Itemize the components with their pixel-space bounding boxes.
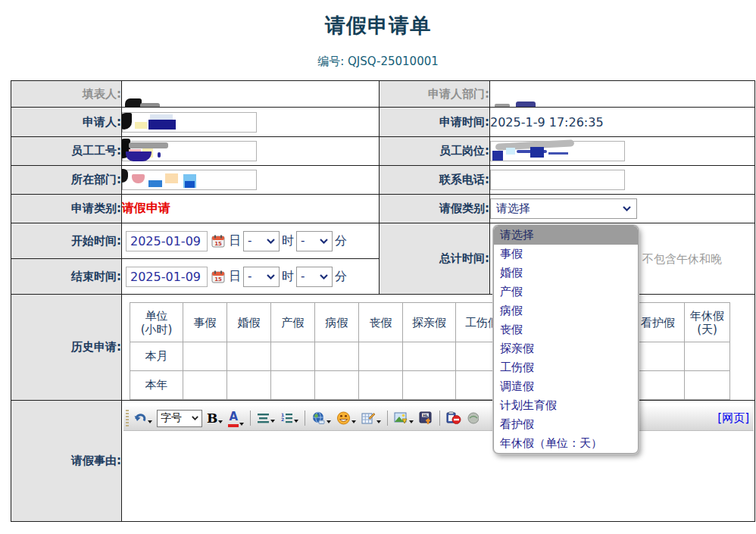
caret-icon xyxy=(218,420,223,423)
history-cell xyxy=(183,371,227,400)
applicant-dept-label: 申请人部门: xyxy=(380,81,490,108)
end-date-input[interactable] xyxy=(126,267,208,287)
department-label: 所在部门: xyxy=(11,166,122,195)
undo-button[interactable] xyxy=(133,411,153,426)
caret-icon xyxy=(294,420,298,423)
dropdown-option[interactable]: 病假 xyxy=(494,301,638,320)
calendar-icon[interactable]: 15 xyxy=(211,270,225,283)
total-time-label: 总计时间: xyxy=(380,223,490,295)
leave-type-select[interactable]: 请选择 xyxy=(490,198,637,219)
history-header-cell: 探亲假 xyxy=(403,303,456,342)
dropdown-option[interactable]: 调遣假 xyxy=(494,377,638,396)
day-unit: 日 xyxy=(229,233,241,249)
history-cell xyxy=(403,342,456,371)
paste-blocked-button[interactable] xyxy=(445,411,462,426)
history-table: 单位 (小时) 事假 婚假 产假 病假 丧假 探亲假 工伤假 调遣假 计划生育假… xyxy=(130,302,730,400)
webpage-link[interactable]: [网页] xyxy=(717,411,749,426)
apply-time-label: 申请时间: xyxy=(380,108,490,137)
ordered-list-icon: 1 2 xyxy=(280,412,293,424)
font-size-select[interactable]: 字号 xyxy=(157,410,202,427)
employee-post-input[interactable] xyxy=(490,141,625,161)
apply-category-value: 请假申请 xyxy=(122,195,380,223)
history-cell xyxy=(315,371,359,400)
start-date-input[interactable] xyxy=(126,231,208,251)
table-row: 员工工号: 员工岗位: xyxy=(11,137,755,166)
history-row-header: 本年 xyxy=(130,371,183,400)
history-header-cell: 单位 (小时) xyxy=(130,303,183,342)
align-button[interactable] xyxy=(256,411,276,425)
history-row-month: 本月 xyxy=(130,342,730,371)
hour-unit: 时 xyxy=(282,233,294,249)
dropdown-option[interactable]: 产假 xyxy=(494,283,638,301)
dropdown-option[interactable]: 探亲假 xyxy=(494,339,638,358)
history-cell xyxy=(271,342,315,371)
dropdown-option[interactable]: 工伤假 xyxy=(494,358,638,377)
dropdown-option[interactable]: 看护假 xyxy=(494,415,638,434)
insert-image-button[interactable] xyxy=(393,411,414,426)
caret-icon xyxy=(409,420,414,423)
minute-unit: 分 xyxy=(335,269,347,285)
department-cell xyxy=(122,166,380,195)
toolbar-drag-handle[interactable] xyxy=(126,410,129,426)
caret-icon xyxy=(376,420,381,423)
apply-category-label: 申请类别: xyxy=(11,195,122,223)
history-cell xyxy=(271,371,315,400)
dropdown-option[interactable]: 计划生育假 xyxy=(494,396,638,415)
history-header-cell: 病假 xyxy=(315,303,359,342)
toolbar-separator xyxy=(387,411,388,426)
table-row: 所在部门: 联系电话: xyxy=(11,166,755,195)
toolbar-separator xyxy=(250,411,251,426)
reason-editor-area[interactable] xyxy=(123,431,754,520)
table-row: 申请类别: 请假申请 请假类别: 请选择 xyxy=(11,195,755,223)
toolbar-partial-icon[interactable] xyxy=(466,411,480,426)
history-cell xyxy=(403,371,456,400)
svg-text:15: 15 xyxy=(214,241,222,247)
dropdown-option[interactable]: 婚假 xyxy=(494,264,638,283)
history-row-header: 本月 xyxy=(130,342,183,371)
edit-table-button[interactable] xyxy=(361,411,382,426)
edit-table-icon xyxy=(361,411,376,425)
history-cell xyxy=(315,342,359,371)
emoticon-button[interactable] xyxy=(336,411,357,426)
insert-image-icon xyxy=(394,411,408,425)
dropdown-option[interactable]: 事假 xyxy=(494,245,638,264)
table-row: 开始时间: 15 日 - 时 xyxy=(11,223,755,259)
calendar-icon[interactable]: 15 xyxy=(211,235,225,248)
insert-link-button[interactable] xyxy=(311,411,332,426)
font-color-button[interactable]: A xyxy=(227,408,245,428)
paste-blocked-icon xyxy=(446,411,461,425)
editor-toolbar: 字号 B A xyxy=(123,406,754,431)
ordered-list-button[interactable]: 1 2 xyxy=(280,411,299,425)
apply-category-text: 请假申请 xyxy=(122,201,170,215)
dropdown-option[interactable]: 请选择 xyxy=(494,226,638,245)
employee-id-cell xyxy=(122,137,380,166)
contact-phone-input[interactable] xyxy=(490,170,625,190)
department-input[interactable] xyxy=(122,170,257,190)
history-cell: 单位 (小时) 事假 婚假 产假 病假 丧假 探亲假 工伤假 调遣假 计划生育假… xyxy=(122,295,755,401)
align-icon xyxy=(257,412,270,424)
leave-form-table: 填表人: 申请人部门: 申请人: xyxy=(11,80,755,522)
history-header-cell: 丧假 xyxy=(359,303,403,342)
applicant-input[interactable] xyxy=(122,112,257,133)
save-html-button[interactable]: HL xyxy=(418,411,434,426)
chevron-down-icon xyxy=(267,239,275,244)
contact-phone-label: 联系电话: xyxy=(380,166,490,195)
employee-post-cell xyxy=(490,137,755,166)
employee-id-input[interactable] xyxy=(122,141,257,161)
history-cell xyxy=(632,342,685,371)
history-header-cell: 看护假 xyxy=(632,303,685,342)
filler-label: 填表人: xyxy=(11,81,122,108)
end-hour-select[interactable]: - xyxy=(243,267,280,287)
bold-button[interactable]: B xyxy=(206,411,223,426)
employee-id-label: 员工工号: xyxy=(11,137,122,166)
contact-phone-cell xyxy=(490,166,755,195)
history-header-row: 单位 (小时) 事假 婚假 产假 病假 丧假 探亲假 工伤假 调遣假 计划生育假… xyxy=(130,303,730,342)
total-time-note: 不包含午休和晚 xyxy=(642,251,722,266)
employee-post-label: 员工岗位: xyxy=(380,137,490,166)
end-minute-select[interactable]: - xyxy=(296,267,333,287)
dropdown-option[interactable]: 年休假（单位：天） xyxy=(494,434,638,453)
dropdown-option[interactable]: 丧假 xyxy=(494,320,638,339)
toolbar-separator xyxy=(439,411,440,426)
start-hour-select[interactable]: - xyxy=(243,231,280,251)
start-minute-select[interactable]: - xyxy=(296,231,333,251)
